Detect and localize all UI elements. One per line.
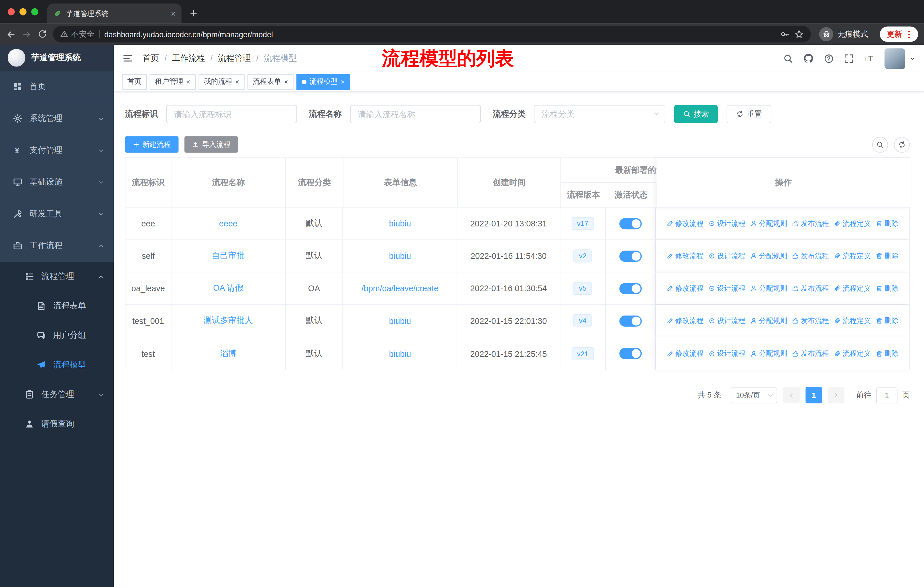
tag-close-icon[interactable]: × bbox=[284, 78, 288, 85]
search-button[interactable]: 搜索 bbox=[674, 105, 718, 123]
tag-close-icon[interactable]: × bbox=[186, 78, 190, 85]
page-size-select[interactable]: 10条/页 bbox=[731, 387, 777, 403]
zoom-window-button[interactable] bbox=[31, 8, 38, 15]
update-chrome-button[interactable]: 更新 bbox=[880, 26, 918, 42]
address-bar[interactable]: 不安全 dashboard.yudao.iocoder.cn/bpm/manag… bbox=[53, 26, 811, 43]
prev-page-button[interactable] bbox=[783, 387, 800, 403]
process-name-link[interactable]: 自己审批 bbox=[212, 251, 244, 261]
op-definition[interactable]: 流程定义 bbox=[834, 349, 871, 359]
breadcrumb-item[interactable]: 流程管理 bbox=[218, 53, 251, 64]
op-publish[interactable]: 发布流程 bbox=[792, 218, 829, 228]
view-tag-0[interactable]: 首页 bbox=[122, 74, 147, 89]
op-delete[interactable]: 删除 bbox=[876, 251, 899, 261]
sidebar-item-5[interactable]: 工作流程 bbox=[0, 230, 114, 262]
op-design[interactable]: 设计流程 bbox=[708, 251, 746, 261]
import-process-button[interactable]: 导入流程 bbox=[185, 136, 238, 153]
op-design[interactable]: 设计流程 bbox=[708, 316, 746, 326]
active-toggle[interactable] bbox=[619, 315, 642, 326]
process-name-link[interactable]: 滔博 bbox=[220, 348, 237, 359]
create-process-button[interactable]: 新建流程 bbox=[125, 136, 178, 153]
tag-close-icon[interactable]: × bbox=[341, 78, 345, 85]
sidebar-item-10[interactable]: 任务管理 bbox=[0, 380, 114, 409]
sidebar-item-8[interactable]: 用户分组 bbox=[0, 321, 114, 350]
op-delete[interactable]: 删除 bbox=[876, 349, 899, 359]
active-toggle[interactable] bbox=[619, 218, 642, 229]
form-link[interactable]: /bpm/oa/leave/create bbox=[361, 284, 439, 293]
search-icon[interactable] bbox=[783, 53, 793, 63]
sidebar-item-9[interactable]: 流程模型 bbox=[0, 350, 114, 380]
op-delete[interactable]: 删除 bbox=[876, 316, 899, 326]
tab-close-icon[interactable]: × bbox=[171, 10, 176, 18]
hamburger-icon[interactable] bbox=[122, 53, 133, 64]
sidebar-item-6[interactable]: 流程管理 bbox=[0, 262, 114, 291]
password-key-icon[interactable] bbox=[780, 30, 790, 39]
op-assign[interactable]: 分配规则 bbox=[750, 251, 787, 261]
op-publish[interactable]: 发布流程 bbox=[792, 251, 829, 261]
op-edit[interactable]: 修改流程 bbox=[667, 349, 704, 359]
forward-button[interactable] bbox=[22, 29, 32, 39]
avatar-caret-icon[interactable] bbox=[910, 56, 916, 61]
process-name-link[interactable]: 测试多审批人 bbox=[203, 316, 253, 326]
sidebar-item-7[interactable]: 流程表单 bbox=[0, 291, 114, 321]
version-tag[interactable]: v21 bbox=[572, 347, 594, 360]
reset-button[interactable]: 重置 bbox=[727, 105, 771, 123]
op-design[interactable]: 设计流程 bbox=[708, 218, 746, 228]
active-toggle[interactable] bbox=[619, 250, 642, 261]
form-link[interactable]: biubiu bbox=[389, 316, 411, 326]
breadcrumb-item[interactable]: 首页 bbox=[143, 53, 159, 64]
browser-tab[interactable]: 芋道管理系统 × bbox=[47, 3, 182, 23]
version-tag[interactable]: v4 bbox=[574, 314, 592, 327]
sidebar-item-0[interactable]: 首页 bbox=[0, 71, 114, 103]
sidebar-item-3[interactable]: 基础设施 bbox=[0, 166, 114, 198]
op-definition[interactable]: 流程定义 bbox=[834, 218, 871, 228]
op-assign[interactable]: 分配规则 bbox=[750, 316, 787, 326]
filter-name-input[interactable] bbox=[350, 105, 481, 123]
filter-category-select[interactable]: 流程分类 bbox=[534, 105, 665, 123]
sidebar-item-2[interactable]: ¥支付管理 bbox=[0, 134, 114, 166]
github-icon[interactable] bbox=[803, 53, 814, 64]
next-page-button[interactable] bbox=[828, 387, 845, 403]
view-tag-1[interactable]: 租户管理× bbox=[150, 74, 196, 89]
op-edit[interactable]: 修改流程 bbox=[667, 251, 704, 261]
op-delete[interactable]: 删除 bbox=[876, 283, 899, 293]
form-link[interactable]: biubiu bbox=[389, 349, 411, 358]
sidebar-item-4[interactable]: 研发工具 bbox=[0, 198, 114, 230]
font-size-icon[interactable]: TT bbox=[864, 53, 874, 64]
op-publish[interactable]: 发布流程 bbox=[792, 349, 829, 359]
page-jump-input[interactable] bbox=[876, 387, 898, 403]
process-name-link[interactable]: OA 请假 bbox=[213, 283, 243, 294]
tag-close-icon[interactable]: × bbox=[235, 78, 239, 85]
process-name-link[interactable]: eeee bbox=[219, 219, 238, 228]
page-number-button[interactable]: 1 bbox=[805, 387, 822, 403]
breadcrumb-item[interactable]: 工作流程 bbox=[172, 53, 205, 64]
op-assign[interactable]: 分配规则 bbox=[750, 283, 787, 293]
view-tag-4[interactable]: 流程模型× bbox=[297, 74, 350, 89]
op-publish[interactable]: 发布流程 bbox=[792, 283, 829, 293]
bookmark-star-icon[interactable] bbox=[794, 30, 804, 39]
form-link[interactable]: biubiu bbox=[389, 251, 411, 261]
op-assign[interactable]: 分配规则 bbox=[750, 218, 787, 228]
op-definition[interactable]: 流程定义 bbox=[834, 316, 871, 326]
op-edit[interactable]: 修改流程 bbox=[667, 283, 704, 293]
op-assign[interactable]: 分配规则 bbox=[750, 349, 787, 359]
toggle-search-button[interactable] bbox=[872, 136, 888, 152]
help-icon[interactable] bbox=[824, 53, 834, 63]
minimize-window-button[interactable] bbox=[20, 8, 26, 15]
user-avatar[interactable] bbox=[884, 48, 905, 69]
fullscreen-icon[interactable] bbox=[844, 53, 854, 63]
active-toggle[interactable] bbox=[619, 283, 642, 294]
form-link[interactable]: biubiu bbox=[389, 219, 411, 228]
op-delete[interactable]: 删除 bbox=[876, 218, 899, 228]
op-edit[interactable]: 修改流程 bbox=[667, 316, 704, 326]
incognito-chip[interactable]: 无痕模式 bbox=[819, 27, 868, 41]
op-definition[interactable]: 流程定义 bbox=[834, 251, 871, 261]
refresh-table-button[interactable] bbox=[894, 136, 910, 152]
reload-button[interactable] bbox=[38, 30, 47, 39]
op-edit[interactable]: 修改流程 bbox=[667, 218, 704, 228]
op-publish[interactable]: 发布流程 bbox=[792, 316, 829, 326]
version-tag[interactable]: v5 bbox=[574, 282, 592, 294]
sidebar-item-1[interactable]: 系统管理 bbox=[0, 103, 114, 134]
op-definition[interactable]: 流程定义 bbox=[834, 283, 871, 293]
op-design[interactable]: 设计流程 bbox=[708, 283, 746, 293]
close-window-button[interactable] bbox=[8, 8, 15, 15]
